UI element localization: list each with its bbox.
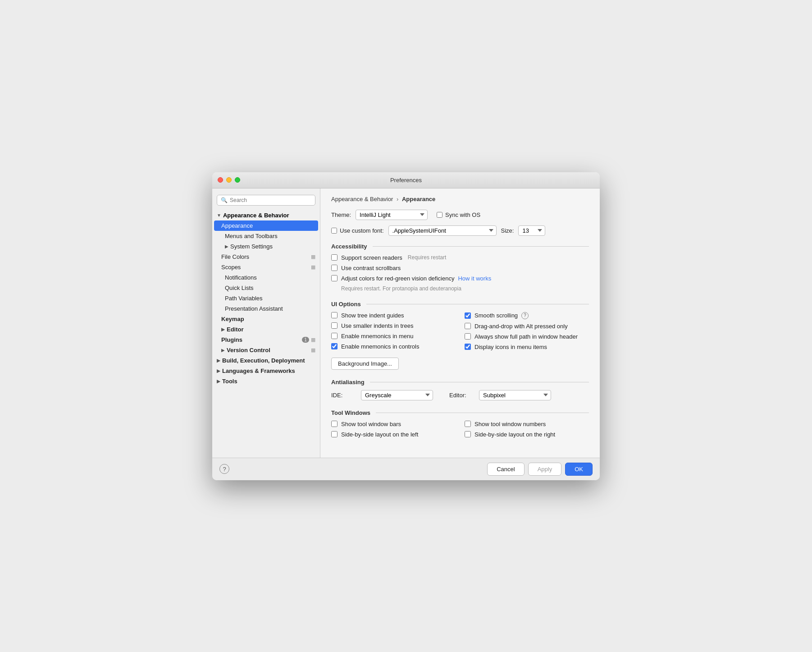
breadcrumb-separator: › (397, 196, 398, 202)
sidebar-item-languages-frameworks[interactable]: ▶ Languages & Frameworks (212, 366, 320, 376)
help-icon[interactable]: ? (219, 464, 229, 474)
side-by-side-right-row: Side-by-side layout on the right (465, 431, 589, 438)
side-by-side-right-label: Side-by-side layout on the right (474, 431, 555, 438)
sidebar-item-editor[interactable]: ▶ Editor (212, 324, 320, 335)
drag-alt-checkbox[interactable] (465, 323, 471, 329)
editor-antialiasing-select[interactable]: Subpixel (479, 390, 551, 400)
tool-windows-right: Show tool window numbers Side-by-side la… (465, 421, 589, 441)
antialiasing-title: Antialiasing (331, 379, 589, 386)
chevron-down-icon: ▼ (217, 213, 221, 218)
smooth-scrolling-row: Smooth scrolling ? (465, 312, 589, 319)
titlebar: Preferences (212, 172, 600, 188)
breadcrumb-parent: Appearance & Behavior (331, 196, 393, 202)
maximize-button[interactable] (235, 177, 240, 183)
search-input[interactable] (230, 197, 311, 203)
sidebar-item-appearance-behavior[interactable]: ▼ Appearance & Behavior (212, 210, 320, 220)
search-box[interactable]: 🔍 (217, 195, 315, 206)
grid-icon: ▦ (311, 337, 315, 343)
grid-icon: ▦ (311, 264, 315, 270)
tool-windows-title: Tool Windows (331, 409, 589, 416)
sidebar-item-build-execution[interactable]: ▶ Build, Execution, Deployment (212, 355, 320, 366)
sidebar-item-path-variables[interactable]: Path Variables (212, 293, 320, 303)
color-deficiency-row: Adjust colors for red-green vision defic… (331, 275, 589, 282)
custom-font-checkbox[interactable] (331, 228, 337, 234)
smooth-scrolling-checkbox[interactable] (465, 312, 471, 319)
side-by-side-left-checkbox[interactable] (331, 431, 338, 437)
contrast-scrollbars-row: Use contrast scrollbars (331, 265, 589, 271)
footer-left: ? (219, 464, 229, 474)
main-content: Appearance & Behavior › Appearance Theme… (320, 188, 600, 458)
font-select[interactable]: .AppleSystemUIFont (388, 225, 497, 236)
color-deficiency-checkbox[interactable] (331, 275, 338, 281)
smaller-indents-checkbox[interactable] (331, 322, 338, 329)
sidebar-item-presentation-assistant[interactable]: Presentation Assistant (212, 303, 320, 314)
accessibility-section: Accessibility Support screen readers Req… (331, 243, 589, 292)
minimize-button[interactable] (226, 177, 232, 183)
sidebar-item-plugins[interactable]: Plugins 1 ▦ (212, 335, 320, 345)
chevron-right-icon: ▶ (221, 348, 225, 353)
contrast-scrollbars-checkbox[interactable] (331, 265, 338, 271)
ui-options-right: Smooth scrolling ? Drag-and-drop with Al… (465, 312, 589, 354)
chevron-right-icon: ▶ (217, 368, 220, 373)
footer: ? Cancel Apply OK (212, 458, 600, 480)
chevron-right-icon: ▶ (217, 379, 220, 384)
cancel-button[interactable]: Cancel (487, 463, 524, 476)
full-path-checkbox[interactable] (465, 333, 471, 340)
editor-antialiasing-label: Editor: (449, 392, 472, 399)
contrast-scrollbars-label: Use contrast scrollbars (341, 265, 401, 271)
search-icon: 🔍 (221, 197, 228, 203)
mnemonics-menu-label: Enable mnemonics in menu (341, 333, 413, 340)
footer-right: Cancel Apply OK (487, 463, 593, 476)
sidebar-item-tools[interactable]: ▶ Tools (212, 376, 320, 386)
color-deficiency-sub: Requires restart. For protanopia and deu… (341, 285, 589, 292)
ok-button[interactable]: OK (565, 463, 593, 476)
sidebar-item-scopes[interactable]: Scopes ▦ (212, 262, 320, 272)
tool-numbers-checkbox[interactable] (465, 421, 471, 427)
tool-bars-row: Show tool window bars (331, 421, 456, 427)
mnemonics-controls-checkbox[interactable] (331, 343, 338, 349)
display-icons-checkbox[interactable] (465, 344, 471, 350)
sidebar-item-file-colors[interactable]: File Colors ▦ (212, 252, 320, 262)
apply-button[interactable]: Apply (528, 463, 562, 476)
ide-antialiasing-select[interactable]: Greyscale (361, 390, 433, 400)
content-area: 🔍 ▼ Appearance & Behavior Appearance Men… (212, 188, 600, 458)
screen-readers-note: Requires restart (408, 254, 446, 261)
ui-options-title: UI Options (331, 301, 589, 308)
display-icons-row: Display icons in menu items (465, 344, 589, 350)
side-by-side-left-label: Side-by-side layout on the left (341, 431, 418, 438)
theme-row: Theme: IntelliJ Light Sync with OS (331, 210, 589, 220)
sidebar-item-system-settings[interactable]: ▶ System Settings (212, 241, 320, 252)
screen-readers-checkbox[interactable] (331, 254, 338, 261)
chevron-right-icon: ▶ (217, 358, 220, 363)
screen-readers-label: Support screen readers (341, 254, 402, 261)
sidebar-item-version-control[interactable]: ▶ Version Control ▦ (212, 345, 320, 355)
size-select[interactable]: 13 (518, 225, 545, 236)
tool-bars-checkbox[interactable] (331, 421, 338, 427)
smaller-indents-row: Use smaller indents in trees (331, 322, 456, 329)
sidebar-item-quick-lists[interactable]: Quick Lists (212, 283, 320, 293)
background-image-button[interactable]: Background Image... (331, 358, 399, 370)
grid-icon: ▦ (311, 254, 315, 260)
full-path-row: Always show full path in window header (465, 333, 589, 340)
smaller-indents-label: Use smaller indents in trees (341, 322, 413, 329)
sidebar-item-appearance[interactable]: Appearance (214, 220, 318, 231)
side-by-side-right-checkbox[interactable] (465, 431, 471, 437)
sidebar-section-label: Appearance & Behavior (223, 212, 289, 219)
sidebar-item-menus-toolbars[interactable]: Menus and Toolbars (212, 231, 320, 241)
mnemonics-menu-checkbox[interactable] (331, 333, 338, 339)
tree-indent-label: Show tree indent guides (341, 312, 404, 319)
tool-bars-label: Show tool window bars (341, 421, 401, 427)
display-icons-label: Display icons in menu items (474, 344, 547, 350)
tree-indent-checkbox[interactable] (331, 312, 338, 318)
full-path-label: Always show full path in window header (474, 333, 578, 340)
sidebar-item-notifications[interactable]: Notifications (212, 272, 320, 283)
how-it-works-link[interactable]: How it works (458, 275, 491, 282)
custom-font-label: Use custom font: (331, 227, 384, 234)
smooth-scrolling-help-icon[interactable]: ? (521, 312, 529, 319)
sidebar-item-keymap[interactable]: Keymap (212, 314, 320, 324)
sync-os-checkbox[interactable] (437, 212, 442, 218)
theme-select[interactable]: IntelliJ Light (356, 210, 428, 220)
close-button[interactable] (218, 177, 223, 183)
antialiasing-section: Antialiasing IDE: Greyscale Editor: Subp… (331, 379, 589, 400)
plugins-badge: 1 (302, 337, 309, 343)
